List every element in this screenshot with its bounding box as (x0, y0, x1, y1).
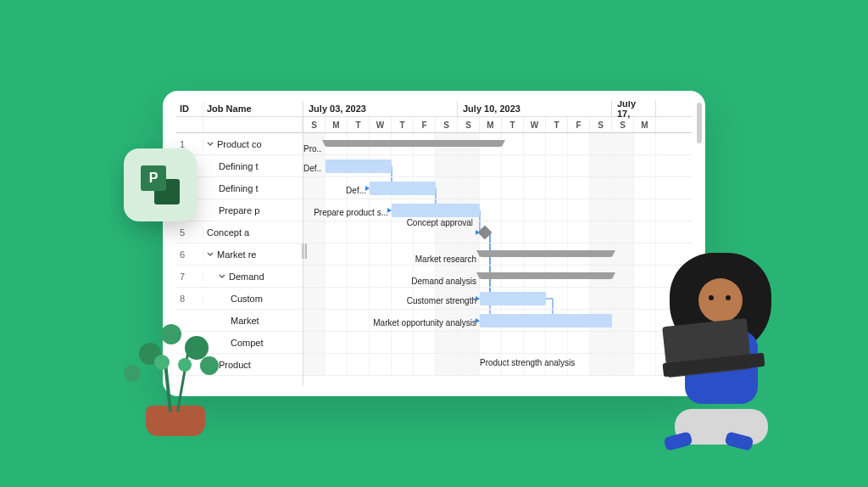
gantt-summary-bar[interactable]: Pro... (326, 140, 502, 147)
table-row[interactable]: 5Concept a (176, 221, 303, 244)
day-header: F (568, 117, 590, 132)
row-name: Product co (203, 139, 303, 149)
row-name: Prepare p (203, 205, 303, 216)
table-row[interactable]: 6Market re (176, 244, 303, 266)
day-header: S (612, 117, 634, 132)
gantt-milestone[interactable]: Concept approval (478, 226, 492, 240)
week-header: July 17, (612, 101, 656, 116)
chevron-down-icon[interactable] (207, 249, 214, 260)
gantt-summary-bar[interactable]: Demand analysis (480, 272, 612, 279)
row-id: 6 (176, 249, 203, 260)
gantt-task-bar[interactable]: Def... (370, 182, 436, 195)
day-header: M (634, 117, 656, 132)
day-header: T (392, 117, 414, 132)
row-name: Custom (203, 294, 303, 304)
gantt-panel: ID Job Name 1Product coDefining tDefinin… (163, 91, 705, 396)
bar-label: Prepare product s... (314, 208, 388, 217)
bar-label: Concept approval (406, 218, 472, 227)
bar-label: Market research (415, 255, 476, 264)
table-row[interactable]: 1Product co (176, 133, 303, 155)
timeline-row: Prepare product s... (303, 199, 692, 221)
row-id: 7 (176, 271, 203, 282)
gantt-summary-bar[interactable]: Market research (480, 250, 612, 257)
row-name: Concept a (203, 227, 303, 238)
day-header: S (590, 117, 612, 132)
table-row[interactable]: 8Custom (176, 288, 303, 310)
gantt-task-bar[interactable]: Prepare product s... (392, 204, 480, 217)
timeline-row: Def... (303, 155, 692, 177)
column-splitter[interactable] (302, 244, 307, 259)
bar-label: Customer strength (407, 296, 476, 305)
row-name: Demand (203, 271, 303, 282)
week-header: July 10, 2023 (458, 101, 612, 116)
day-header: W (524, 117, 546, 132)
row-name: Defining t (203, 183, 303, 193)
timeline-row: Concept approval (303, 221, 692, 244)
gantt-task-bar[interactable]: Market opportunity analysis (480, 314, 612, 327)
scrollbar[interactable] (697, 103, 702, 143)
day-header: S (436, 117, 458, 132)
gantt-task-bar[interactable]: Def... (326, 160, 392, 173)
bar-label: Def... (303, 164, 322, 173)
day-header: T (348, 117, 370, 132)
row-id: 5 (176, 227, 203, 238)
timeline-row: Pro... (303, 133, 692, 155)
bar-label: Market opportunity analysis (373, 318, 476, 327)
col-header-jobname[interactable]: Job Name (203, 101, 303, 116)
chevron-down-icon[interactable] (219, 271, 225, 282)
row-id: 8 (176, 294, 203, 304)
bar-label: Product strength analysis (480, 358, 575, 367)
day-header: T (502, 117, 524, 132)
day-header: W (370, 117, 392, 132)
gantt-task-bar[interactable]: Customer strength (480, 292, 546, 305)
col-header-id[interactable]: ID (176, 101, 203, 116)
day-header: M (326, 117, 348, 132)
person-decoration (632, 249, 793, 445)
day-header: S (458, 117, 480, 132)
chevron-down-icon[interactable] (207, 139, 214, 149)
row-name: Defining t (203, 161, 303, 171)
bar-label: Def... (346, 186, 366, 195)
week-header: July 03, 2023 (303, 101, 458, 116)
bar-label: Pro... (303, 144, 322, 154)
row-name: Market re (203, 249, 303, 260)
ms-project-icon: P (124, 148, 197, 221)
bar-label: Demand analysis (411, 277, 476, 286)
timeline-row: Def... (303, 177, 692, 199)
day-header: M (480, 117, 502, 132)
day-header: T (546, 117, 568, 132)
day-header: S (303, 117, 326, 132)
plant-decoration (115, 317, 241, 436)
table-row[interactable]: 7Demand (176, 266, 303, 288)
row-id: 1 (176, 139, 203, 149)
day-header: F (414, 117, 436, 132)
